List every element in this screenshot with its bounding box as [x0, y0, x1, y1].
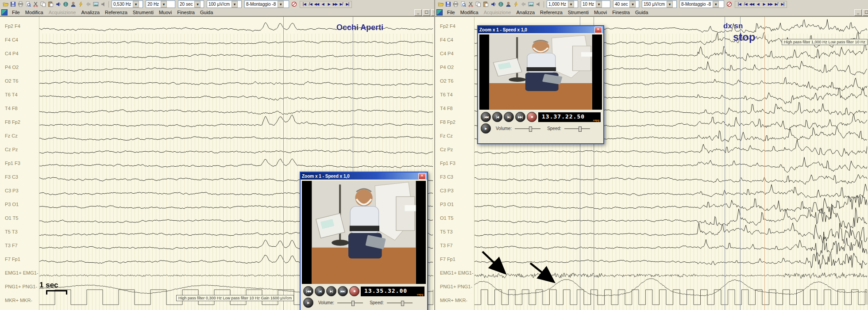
sensitivity-combo[interactable]: 100 µV/cm▼ — [207, 0, 242, 8]
speed-slider[interactable] — [387, 302, 413, 303]
copy-icon[interactable] — [475, 1, 482, 8]
montage-combo[interactable]: 8-Montaggio -8▼ — [244, 0, 289, 8]
menu-item[interactable]: Muovi — [591, 9, 610, 15]
menu-item[interactable]: Finestra — [174, 9, 197, 15]
search-icon[interactable] — [24, 1, 32, 8]
menu-item[interactable]: Referenza — [102, 9, 130, 15]
step-back-button[interactable]: |◀ — [492, 112, 502, 122]
media-nav-button[interactable]: ▶| — [344, 1, 351, 8]
media-nav-button[interactable]: ▶| — [779, 1, 786, 8]
menu-item[interactable]: Acquisizione — [46, 9, 79, 15]
media-nav-button[interactable]: ◀ — [755, 1, 761, 8]
menu-item[interactable]: File — [9, 9, 23, 15]
chevron-down-icon[interactable]: ▼ — [231, 1, 238, 8]
chevron-down-icon[interactable]: ▼ — [629, 1, 636, 8]
montage-combo[interactable]: 8-Montaggio -8▼ — [679, 0, 724, 8]
video-titlebar[interactable]: Zoom x 1 - Speed x 1,0 × — [301, 172, 427, 180]
step-forward-button[interactable]: ▶| — [504, 112, 514, 122]
pan-icon[interactable] — [85, 1, 92, 8]
menu-item[interactable]: Strumenti — [130, 9, 156, 15]
step-back-button[interactable]: |◀ — [315, 286, 325, 296]
cut-icon[interactable] — [32, 1, 39, 8]
menu-item[interactable]: Guida — [197, 9, 216, 15]
open-folder-icon[interactable] — [437, 1, 444, 8]
timebase-combo[interactable]: 40 sec▼ — [613, 0, 639, 8]
open-folder-icon[interactable] — [2, 1, 9, 8]
media-nav-button[interactable]: |◀ — [736, 1, 742, 8]
media-nav-button[interactable]: /◀ — [742, 1, 748, 8]
pan-icon[interactable] — [520, 1, 527, 8]
print-icon[interactable] — [452, 1, 459, 8]
skip-start-button[interactable]: |◀◀ — [481, 112, 491, 122]
paste-icon[interactable] — [482, 1, 490, 8]
media-nav-button[interactable]: ▶/ — [338, 1, 344, 8]
print-icon[interactable] — [17, 1, 24, 8]
menu-item[interactable]: Guida — [633, 9, 651, 15]
speed-slider-thumb[interactable] — [579, 126, 582, 132]
sound-off-icon[interactable] — [535, 1, 542, 8]
volume-slider[interactable] — [337, 302, 363, 303]
video-window-right[interactable]: Zoom x 1 - Speed x 1,0 × |◀◀ |◀ ▶| ▶▶| ✱… — [477, 25, 604, 144]
stop-hand-button[interactable]: ✱ — [349, 286, 359, 296]
chevron-down-icon[interactable]: ▼ — [568, 1, 574, 8]
stop-hand-button[interactable]: ✱ — [527, 112, 537, 122]
media-nav-button[interactable]: /◀ — [307, 1, 313, 8]
menu-item[interactable]: Finestra — [610, 9, 633, 15]
chevron-down-icon[interactable]: ▼ — [278, 1, 284, 8]
minimize-button[interactable]: _ — [414, 9, 422, 16]
chevron-down-icon[interactable]: ▼ — [194, 1, 201, 8]
no-entry-icon[interactable] — [290, 1, 298, 8]
step-forward-button[interactable]: ▶| — [326, 286, 336, 296]
maximize-button[interactable]: □ — [423, 9, 430, 16]
skip-end-button[interactable]: ▶▶| — [338, 286, 348, 296]
lightning-icon[interactable] — [512, 1, 520, 8]
lowpass-combo[interactable]: 10 Hz▼ — [581, 0, 610, 8]
lowpass-combo[interactable]: 20 Hz▼ — [146, 0, 175, 8]
media-nav-button[interactable]: ◀ — [320, 1, 326, 8]
user-icon[interactable] — [505, 1, 512, 8]
play-button[interactable]: ▶ — [303, 298, 313, 308]
save-icon[interactable] — [9, 1, 17, 8]
maximize-button[interactable]: □ — [863, 9, 868, 16]
menu-item[interactable]: File — [444, 9, 458, 15]
save-icon[interactable] — [444, 1, 452, 8]
media-nav-button[interactable]: ◀◀ — [748, 1, 755, 8]
media-nav-button[interactable]: ▶ — [326, 1, 332, 8]
chevron-down-icon[interactable]: ▼ — [667, 1, 673, 8]
chevron-down-icon[interactable]: ▼ — [713, 1, 719, 8]
video-window-left[interactable]: Zoom x 1 - Speed x 1,0 × |◀◀ |◀ ▶| ▶▶| ✱… — [300, 172, 428, 310]
volume-slider-thumb[interactable] — [529, 126, 532, 132]
chevron-down-icon[interactable]: ▼ — [161, 1, 167, 8]
globe-icon[interactable] — [62, 1, 69, 8]
speed-slider-thumb[interactable] — [401, 301, 404, 306]
lightning-icon[interactable] — [77, 1, 85, 8]
speaker-icon[interactable] — [54, 1, 62, 8]
close-icon[interactable]: × — [594, 27, 602, 33]
highpass-combo[interactable]: 0,530 Hz▼ — [112, 0, 143, 8]
minimize-button[interactable]: _ — [854, 9, 862, 16]
copy-icon[interactable] — [39, 1, 47, 8]
menu-item[interactable]: Analizza — [78, 9, 102, 15]
media-nav-button[interactable]: ▶/ — [773, 1, 779, 8]
menu-item[interactable]: Analizza — [513, 9, 537, 15]
media-nav-button[interactable]: ▶ — [761, 1, 767, 8]
image-icon[interactable] — [92, 1, 100, 8]
menu-item[interactable]: Muovi — [156, 9, 174, 15]
search-icon[interactable] — [459, 1, 467, 8]
media-nav-button[interactable]: ▶▶ — [767, 1, 773, 8]
chevron-down-icon[interactable]: ▼ — [133, 1, 139, 8]
close-button[interactable]: × — [431, 9, 434, 16]
media-nav-button[interactable]: ◀◀ — [313, 1, 320, 8]
highpass-combo[interactable]: 1,000 Hz▼ — [547, 0, 578, 8]
video-titlebar[interactable]: Zoom x 1 - Speed x 1,0 × — [478, 26, 603, 33]
close-icon[interactable]: × — [418, 173, 426, 180]
cut-icon[interactable] — [467, 1, 475, 8]
chevron-down-icon[interactable]: ▼ — [596, 1, 602, 8]
media-nav-button[interactable]: |◀ — [301, 1, 307, 8]
menu-item[interactable]: Acquisizione — [481, 9, 514, 15]
menu-item[interactable]: Referenza — [537, 9, 565, 15]
play-button[interactable]: ▶ — [481, 123, 491, 134]
user-icon[interactable] — [69, 1, 77, 8]
media-nav-button[interactable]: ▶▶ — [332, 1, 338, 8]
volume-slider[interactable] — [515, 128, 540, 129]
